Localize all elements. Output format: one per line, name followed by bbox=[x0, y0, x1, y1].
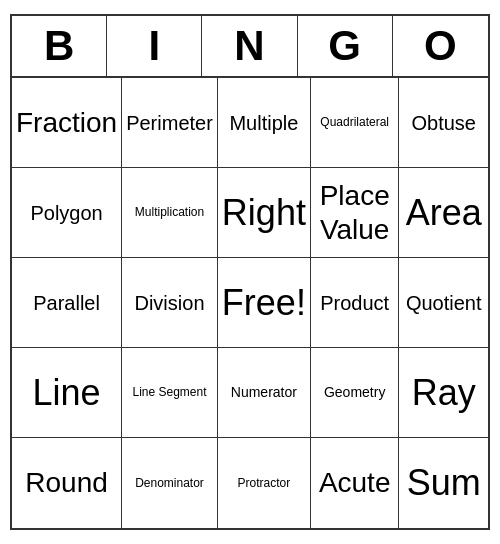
bingo-card: BINGO FractionPerimeterMultipleQuadrilat… bbox=[10, 14, 490, 530]
cell-label: Numerator bbox=[231, 384, 297, 401]
bingo-cell: Quotient bbox=[399, 258, 488, 348]
cell-label: Ray bbox=[412, 371, 476, 414]
cell-label: Acute bbox=[319, 466, 391, 500]
bingo-cell: Right bbox=[218, 168, 311, 258]
bingo-header: BINGO bbox=[12, 16, 488, 78]
bingo-cell: Multiple bbox=[218, 78, 311, 168]
cell-label: Parallel bbox=[33, 291, 100, 315]
header-letter: I bbox=[107, 16, 202, 76]
bingo-cell: Geometry bbox=[311, 348, 400, 438]
cell-label: Line bbox=[33, 371, 101, 414]
cell-label: Quotient bbox=[406, 291, 482, 315]
cell-label: Place Value bbox=[315, 179, 395, 246]
bingo-cell: Obtuse bbox=[399, 78, 488, 168]
cell-label: Sum bbox=[407, 461, 481, 504]
bingo-cell: Round bbox=[12, 438, 122, 528]
bingo-cell: Area bbox=[399, 168, 488, 258]
cell-label: Product bbox=[320, 291, 389, 315]
cell-label: Multiplication bbox=[135, 205, 204, 219]
cell-label: Polygon bbox=[30, 201, 102, 225]
header-letter: N bbox=[202, 16, 297, 76]
cell-label: Area bbox=[406, 191, 482, 234]
cell-label: Right bbox=[222, 191, 306, 234]
bingo-cell: Place Value bbox=[311, 168, 400, 258]
cell-label: Perimeter bbox=[126, 111, 213, 135]
cell-label: Multiple bbox=[229, 111, 298, 135]
cell-label: Quadrilateral bbox=[320, 115, 389, 129]
bingo-cell: Numerator bbox=[218, 348, 311, 438]
cell-label: Denominator bbox=[135, 476, 204, 490]
bingo-grid: FractionPerimeterMultipleQuadrilateralOb… bbox=[12, 78, 488, 528]
header-letter: O bbox=[393, 16, 488, 76]
cell-label: Division bbox=[134, 291, 204, 315]
header-letter: G bbox=[298, 16, 393, 76]
bingo-cell: Product bbox=[311, 258, 400, 348]
bingo-cell: Line bbox=[12, 348, 122, 438]
bingo-cell: Polygon bbox=[12, 168, 122, 258]
bingo-cell: Quadrilateral bbox=[311, 78, 400, 168]
cell-label: Line Segment bbox=[132, 385, 206, 399]
bingo-cell: Free! bbox=[218, 258, 311, 348]
cell-label: Geometry bbox=[324, 384, 385, 401]
cell-label: Free! bbox=[222, 281, 306, 324]
bingo-cell: Line Segment bbox=[122, 348, 218, 438]
bingo-cell: Parallel bbox=[12, 258, 122, 348]
cell-label: Obtuse bbox=[411, 111, 475, 135]
bingo-cell: Sum bbox=[399, 438, 488, 528]
cell-label: Protractor bbox=[238, 476, 291, 490]
cell-label: Round bbox=[25, 466, 108, 500]
cell-label: Fraction bbox=[16, 106, 117, 140]
bingo-cell: Protractor bbox=[218, 438, 311, 528]
bingo-cell: Multiplication bbox=[122, 168, 218, 258]
bingo-cell: Division bbox=[122, 258, 218, 348]
bingo-cell: Denominator bbox=[122, 438, 218, 528]
bingo-cell: Ray bbox=[399, 348, 488, 438]
bingo-cell: Perimeter bbox=[122, 78, 218, 168]
bingo-cell: Acute bbox=[311, 438, 400, 528]
header-letter: B bbox=[12, 16, 107, 76]
bingo-cell: Fraction bbox=[12, 78, 122, 168]
